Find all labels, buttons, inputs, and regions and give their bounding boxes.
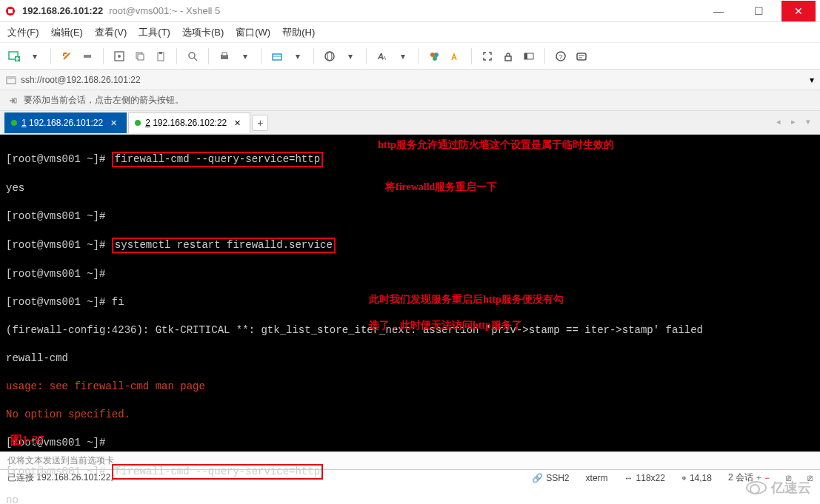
notice-text: 要添加当前会话，点击左侧的箭头按钮。: [24, 94, 184, 107]
copy-icon[interactable]: [132, 48, 148, 64]
app-icon: [4, 5, 16, 17]
help-icon[interactable]: ?: [553, 48, 569, 64]
watermark-logo-icon: [746, 481, 767, 494]
transparency-icon[interactable]: [521, 48, 537, 64]
session-tab-2[interactable]: 2 192.168.26.102:22 ✕: [128, 112, 250, 133]
menu-file[interactable]: 文件(F): [7, 26, 39, 39]
disconnect-icon[interactable]: [79, 48, 96, 64]
address-sessions-icon[interactable]: [6, 75, 16, 85]
annotation: 此时我们发现服务重启后http服务便没有勾: [369, 292, 564, 306]
terminal[interactable]: [root@vms001 ~]# firewall-cmd --query-se…: [0, 135, 820, 451]
figure-label: 图1-37: [10, 433, 44, 447]
print-dropdown-icon[interactable]: ▾: [237, 48, 253, 64]
svg-point-11: [189, 53, 195, 58]
properties-icon[interactable]: [111, 48, 127, 64]
color-scheme-icon[interactable]: [427, 48, 443, 64]
xftp-icon[interactable]: [269, 48, 285, 64]
menu-tab[interactable]: 选项卡(B): [182, 26, 224, 39]
menu-edit[interactable]: 编辑(E): [51, 26, 83, 39]
svg-point-15: [325, 52, 334, 61]
highlighted-command: systemctl restart firewalld.service: [112, 238, 336, 253]
annotation: 将firewalld服务重启一下: [385, 180, 497, 194]
status-dot-icon: [135, 120, 141, 126]
window-title: 192.168.26.101:22: [22, 5, 103, 16]
search-icon[interactable]: [184, 48, 201, 64]
close-button[interactable]: ✕: [781, 1, 816, 21]
annotation: 选了，此时便无法访问http服务了: [369, 318, 522, 332]
session-tab-1[interactable]: 1 192.168.26.101:22 ✕: [4, 112, 127, 133]
new-session-icon[interactable]: [6, 48, 22, 64]
tab-scroll-right-icon[interactable]: ▸: [787, 115, 799, 127]
terminal-output: rewall-cmd: [6, 352, 814, 366]
open-session-dropdown-icon[interactable]: ▾: [27, 48, 43, 64]
address-input[interactable]: ssh://root@192.168.26.101:22: [21, 75, 805, 85]
svg-rect-8: [138, 54, 144, 60]
svg-rect-13: [222, 53, 227, 56]
terminal-error: No option specified.: [6, 408, 814, 422]
status-dot-icon: [11, 120, 17, 126]
menu-help[interactable]: 帮助(H): [282, 26, 315, 39]
svg-rect-14: [273, 54, 281, 60]
svg-rect-27: [577, 53, 586, 60]
compose-icon[interactable]: [573, 48, 590, 64]
reconnect-icon[interactable]: [59, 48, 75, 64]
menu-window[interactable]: 窗口(W): [236, 26, 270, 39]
annotation: http服务允许通过防火墙这个设置是属于临时生效的: [378, 138, 614, 152]
svg-rect-4: [84, 55, 91, 58]
lock-icon[interactable]: [500, 48, 516, 64]
address-dropdown-icon[interactable]: ▾: [810, 75, 814, 85]
svg-rect-10: [159, 52, 162, 54]
svg-text:?: ?: [559, 53, 563, 61]
paste-icon[interactable]: [153, 48, 169, 64]
svg-point-21: [433, 56, 437, 61]
font-dropdown-icon[interactable]: ▾: [395, 48, 411, 64]
highlighted-command: firewall-cmd --query-service=http: [112, 152, 323, 167]
svg-rect-22: [505, 56, 511, 61]
highlighted-command: firewall-cmd --query-service=http: [112, 464, 323, 480]
svg-point-16: [327, 52, 332, 61]
xftp-dropdown-icon[interactable]: ▾: [290, 48, 306, 64]
font-icon[interactable]: AA: [374, 48, 390, 64]
svg-text:A: A: [381, 55, 386, 61]
maximize-button[interactable]: ☐: [741, 1, 776, 21]
svg-rect-29: [7, 77, 16, 79]
address-bar: ssh://root@192.168.26.101:22 ▾: [0, 70, 820, 90]
new-tab-button[interactable]: +: [252, 115, 268, 131]
svg-point-6: [118, 55, 121, 58]
print-icon[interactable]: [216, 48, 233, 64]
terminal-error: usage: see firewall-cmd man page: [6, 380, 814, 394]
tab-scroll-left-icon[interactable]: ◂: [773, 115, 784, 127]
minimize-button[interactable]: —: [701, 1, 736, 21]
svg-rect-1: [8, 9, 13, 13]
highlight-icon[interactable]: [447, 48, 464, 64]
terminal-output: no: [6, 494, 814, 504]
tab-close-icon[interactable]: ✕: [234, 118, 241, 128]
svg-rect-24: [524, 53, 527, 59]
title-bar: 192.168.26.101:22 root@vms001:~ - Xshell…: [0, 0, 820, 22]
menu-view[interactable]: 查看(V): [95, 26, 127, 39]
tab-bar: 1 192.168.26.101:22 ✕ 2 192.168.26.102:2…: [0, 111, 820, 135]
tab-list-dropdown-icon[interactable]: ▾: [802, 115, 814, 127]
toolbar: ▾ ▾ ▾ ▾ AA ▾ ?: [0, 43, 820, 70]
tab-close-icon[interactable]: ✕: [110, 118, 117, 128]
fullscreen-icon[interactable]: [479, 48, 496, 64]
menu-bar: 文件(F) 编辑(E) 查看(V) 工具(T) 选项卡(B) 窗口(W) 帮助(…: [0, 22, 820, 43]
watermark: 亿速云: [746, 479, 811, 497]
window-subtitle: root@vms001:~ - Xshell 5: [109, 5, 220, 16]
menu-tools[interactable]: 工具(T): [139, 26, 170, 39]
notice-bar: 要添加当前会话，点击左侧的箭头按钮。: [0, 90, 820, 111]
add-session-arrow-icon[interactable]: [7, 95, 18, 106]
globe-icon[interactable]: [321, 48, 338, 64]
svg-rect-30: [14, 98, 16, 103]
globe-dropdown-icon[interactable]: ▾: [342, 48, 359, 64]
